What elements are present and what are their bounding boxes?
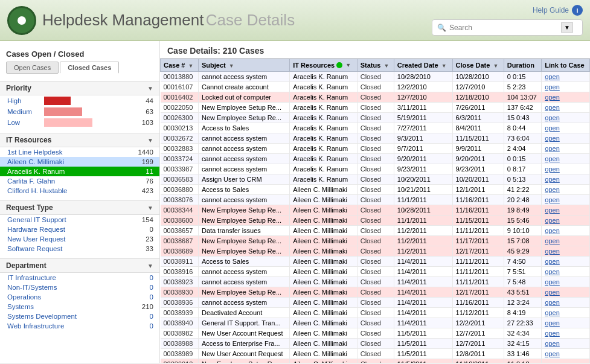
- sidebar-item-new-user[interactable]: New User Request 23: [0, 234, 159, 244]
- cell-link[interactable]: open: [542, 92, 590, 103]
- cell-link[interactable]: open: [542, 123, 590, 133]
- cell-close: 12/7/2010: [452, 82, 504, 92]
- sidebar-item-clifford-count: 423: [142, 187, 153, 194]
- priority-low-label[interactable]: Low: [7, 119, 40, 126]
- cell-link[interactable]: open: [542, 216, 590, 226]
- cell-link[interactable]: open: [542, 359, 590, 363]
- cell-duration: 32 4:34: [504, 328, 541, 339]
- sidebar-item-carlita[interactable]: Carlita F. Glahn 76: [0, 176, 159, 186]
- tab-open-cases[interactable]: Open Cases: [6, 62, 59, 74]
- cell-subject: New Employee Setup Re...: [199, 287, 290, 298]
- sidebar-item-systems-dev[interactable]: Systems Development 0: [0, 311, 159, 321]
- cell-link[interactable]: open: [542, 287, 590, 298]
- priority-low-bar: [44, 118, 92, 127]
- case-table-wrapper[interactable]: Case # ▼ Subject ▼ IT Resources ▼ Status…: [160, 59, 590, 363]
- cell-it-res: Aileen C. Millimaki: [290, 185, 358, 195]
- sidebar-item-web-infra[interactable]: Web Infrastructure 0: [0, 321, 159, 331]
- sidebar-item-carlita-name: Carlita F. Glahn: [7, 177, 55, 185]
- priority-section-header[interactable]: Priority ▼: [0, 81, 159, 95]
- cell-link[interactable]: open: [542, 277, 590, 287]
- it-resources-label: IT Resources: [6, 136, 51, 144]
- sidebar-item-it-infra[interactable]: IT Infrastructure 0: [0, 273, 159, 283]
- priority-low[interactable]: Low 103: [0, 117, 159, 128]
- cell-link[interactable]: open: [542, 298, 590, 308]
- th-case-num[interactable]: Case # ▼: [161, 59, 199, 72]
- sidebar-item-aracelis[interactable]: Aracelis K. Ranum 11: [0, 167, 159, 176]
- sidebar-item-general-it-name: General IT Support: [7, 216, 66, 223]
- search-box[interactable]: 🔍 ▼: [432, 19, 583, 36]
- search-input[interactable]: [449, 24, 558, 32]
- sidebar-item-1st-line[interactable]: 1st Line Helpdesk 1440: [0, 147, 159, 157]
- cell-link[interactable]: open: [542, 226, 590, 236]
- th-link-to-case[interactable]: Link to Case: [542, 59, 590, 72]
- sidebar-item-systems[interactable]: Systems 210: [0, 302, 159, 311]
- cell-link[interactable]: open: [542, 236, 590, 246]
- cell-link[interactable]: open: [542, 328, 590, 339]
- cell-case-num: 00038936: [161, 298, 199, 308]
- table-row: 00038689New Employee Setup Re...Aileen C…: [161, 246, 590, 257]
- sidebar-item-aileen-name: Aileen C. Millimaki: [7, 158, 64, 165]
- th-close-date[interactable]: Close Date ▼: [452, 59, 504, 72]
- th-created-date[interactable]: Created Date ▼: [394, 59, 452, 72]
- sidebar-item-operations[interactable]: Operations 0: [0, 292, 159, 302]
- cell-link[interactable]: open: [542, 205, 590, 216]
- cell-status: Closed: [357, 298, 394, 308]
- cell-case-num: 00022050: [161, 103, 199, 113]
- cell-link[interactable]: open: [542, 185, 590, 195]
- priority-high[interactable]: High 44: [0, 95, 159, 106]
- content-area: Case Details: 210 Cases Case # ▼ Subject…: [160, 41, 590, 363]
- priority-high-label[interactable]: High: [7, 97, 40, 104]
- cell-link[interactable]: open: [542, 246, 590, 257]
- cell-link[interactable]: open: [542, 164, 590, 174]
- sidebar-item-aileen[interactable]: Aileen C. Millimaki 199: [0, 157, 159, 167]
- request-type-section-header[interactable]: Request Type ▼: [0, 200, 159, 215]
- cell-duration: 7 5:51: [504, 267, 541, 277]
- search-icon: 🔍: [437, 24, 446, 32]
- cell-subject: Access to Enterprise Fra...: [199, 339, 290, 349]
- cell-it-res: Aileen C. Millimaki: [290, 328, 358, 339]
- th-duration[interactable]: Duration: [504, 59, 541, 72]
- cell-subject: cannot access system: [199, 267, 290, 277]
- cell-case-num: 00038923: [161, 277, 199, 287]
- tab-closed-cases[interactable]: Closed Cases: [60, 62, 119, 74]
- cell-link[interactable]: open: [542, 154, 590, 164]
- cell-link[interactable]: open: [542, 144, 590, 154]
- sidebar-item-hardware[interactable]: Hardware Request 0: [0, 225, 159, 234]
- sidebar-item-software[interactable]: Software Request 33: [0, 244, 159, 254]
- search-dropdown-button[interactable]: ▼: [561, 22, 573, 33]
- cell-link[interactable]: open: [542, 113, 590, 123]
- it-resources-section-header[interactable]: IT Resources ▼: [0, 133, 159, 147]
- cell-link[interactable]: open: [542, 257, 590, 267]
- content-header: Case Details: 210 Cases: [160, 41, 590, 59]
- cell-link[interactable]: open: [542, 174, 590, 185]
- priority-medium[interactable]: Medium 63: [0, 106, 159, 117]
- cell-link[interactable]: open: [542, 308, 590, 318]
- cell-link[interactable]: open: [542, 318, 590, 328]
- cell-duration: 2 4:04: [504, 144, 541, 154]
- cell-link[interactable]: open: [542, 349, 590, 359]
- th-status[interactable]: Status ▼: [357, 59, 394, 72]
- cell-link[interactable]: open: [542, 339, 590, 349]
- priority-medium-label[interactable]: Medium: [7, 108, 40, 115]
- cell-link[interactable]: open: [542, 267, 590, 277]
- cell-link[interactable]: open: [542, 72, 590, 82]
- table-row: 00030213Access to SalesAracelis K. Ranum…: [161, 123, 590, 133]
- sidebar-item-non-it[interactable]: Non-IT/Systems 0: [0, 283, 159, 292]
- department-section-header[interactable]: Department ▼: [0, 258, 159, 273]
- cell-subject: Assign User to CRM: [199, 174, 290, 185]
- it-resources-section: IT Resources ▼ 1st Line Helpdesk 1440 Ai…: [0, 133, 159, 196]
- sidebar-item-hardware-count: 0: [150, 226, 153, 233]
- cell-link[interactable]: open: [542, 195, 590, 205]
- cell-case-num: 00016402: [161, 92, 199, 103]
- th-subject[interactable]: Subject ▼: [199, 59, 290, 72]
- cell-link[interactable]: open: [542, 103, 590, 113]
- help-icon: i: [572, 5, 583, 16]
- cell-created: 12/7/2010: [394, 92, 452, 103]
- sidebar-item-clifford[interactable]: Clifford H. Huxtable 423: [0, 186, 159, 196]
- cell-link[interactable]: open: [542, 133, 590, 144]
- help-guide-link[interactable]: Help Guide i: [533, 5, 583, 16]
- th-it-resources[interactable]: IT Resources ▼: [290, 59, 358, 72]
- cell-link[interactable]: open: [542, 82, 590, 92]
- sidebar-item-general-it[interactable]: General IT Support 154: [0, 215, 159, 225]
- cell-status: Closed: [357, 205, 394, 216]
